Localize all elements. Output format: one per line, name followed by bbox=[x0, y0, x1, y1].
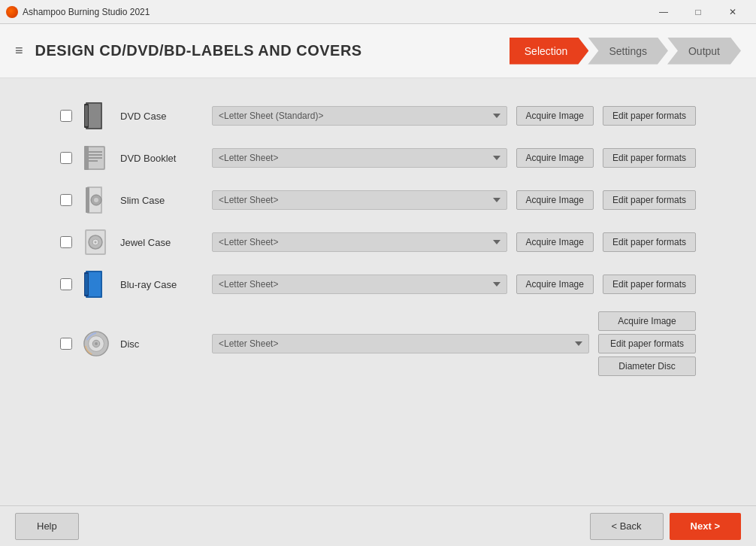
checkbox-disc[interactable] bbox=[60, 338, 72, 350]
step-settings[interactable]: Settings bbox=[588, 38, 668, 65]
acquire-btn-slim-case[interactable]: Acquire Image bbox=[516, 190, 594, 210]
label-dvd-booklet: DVD Booklet bbox=[120, 153, 203, 164]
icon-disc bbox=[81, 329, 111, 359]
checkbox-bluray-case[interactable] bbox=[60, 278, 72, 290]
back-button[interactable]: < Back bbox=[590, 513, 664, 540]
acquire-btn-dvd-booklet[interactable]: Acquire Image bbox=[516, 148, 594, 168]
item-row-dvd-case: DVD Case <Letter Sheet (Standard)> Acqui… bbox=[60, 101, 696, 131]
edit-btn-dvd-booklet[interactable]: Edit paper formats bbox=[603, 148, 696, 168]
step-output[interactable]: Output bbox=[667, 38, 741, 65]
svg-point-28 bbox=[95, 342, 98, 345]
svg-rect-3 bbox=[85, 105, 88, 126]
dropdown-slim-case[interactable]: <Letter Sheet> bbox=[212, 190, 507, 210]
svg-point-15 bbox=[94, 198, 98, 202]
item-row-dvd-booklet: DVD Booklet <Letter Sheet> Acquire Image… bbox=[60, 143, 696, 173]
maximize-button[interactable]: □ bbox=[681, 0, 715, 24]
svg-rect-6 bbox=[84, 146, 89, 170]
step-selection[interactable]: Selection bbox=[510, 38, 589, 65]
icon-dvd-case bbox=[81, 101, 111, 131]
dropdown-bluray-case[interactable]: <Letter Sheet> bbox=[212, 275, 507, 294]
title-bar-text: Ashampoo Burning Studio 2021 bbox=[23, 7, 646, 17]
footer-right: < Back Next > bbox=[590, 513, 742, 540]
checkbox-dvd-case[interactable] bbox=[60, 110, 72, 122]
label-dvd-case: DVD Case bbox=[120, 111, 203, 122]
acquire-btn-jewel-case[interactable]: Acquire Image bbox=[516, 232, 594, 252]
dropdown-dvd-booklet[interactable]: <Letter Sheet> bbox=[212, 148, 507, 168]
svg-rect-24 bbox=[85, 274, 88, 295]
close-button[interactable]: ✕ bbox=[715, 0, 750, 24]
acquire-btn-bluray-case[interactable]: Acquire Image bbox=[516, 275, 594, 294]
icon-dvd-booklet bbox=[81, 143, 111, 173]
minimize-button[interactable]: — bbox=[646, 0, 681, 24]
main-content: DVD Case <Letter Sheet (Standard)> Acqui… bbox=[0, 78, 756, 505]
next-button[interactable]: Next > bbox=[670, 513, 741, 540]
icon-slim-case bbox=[81, 185, 111, 215]
dropdown-disc[interactable]: <Letter Sheet> bbox=[212, 334, 589, 353]
diameter-btn-disc[interactable]: Diameter Disc bbox=[598, 356, 696, 376]
acquire-btn-dvd-case[interactable]: Acquire Image bbox=[516, 106, 594, 126]
svg-point-20 bbox=[95, 241, 97, 244]
item-row-jewel-case: Jewel Case <Letter Sheet> Acquire Image … bbox=[60, 227, 696, 257]
label-disc: Disc bbox=[120, 338, 203, 350]
help-button[interactable]: Help bbox=[15, 513, 79, 540]
svg-rect-1 bbox=[87, 104, 101, 128]
icon-jewel-case bbox=[81, 227, 111, 257]
header: ≡ DESIGN CD/DVD/BD-LABELS AND COVERS Sel… bbox=[0, 24, 756, 78]
label-slim-case: Slim Case bbox=[120, 195, 203, 206]
edit-btn-jewel-case[interactable]: Edit paper formats bbox=[603, 232, 696, 252]
checkbox-jewel-case[interactable] bbox=[60, 236, 72, 248]
edit-btn-slim-case[interactable]: Edit paper formats bbox=[603, 190, 696, 210]
checkbox-dvd-booklet[interactable] bbox=[60, 152, 72, 164]
hamburger-icon[interactable]: ≡ bbox=[15, 43, 23, 59]
item-row-bluray-case: Blu-ray Case <Letter Sheet> Acquire Imag… bbox=[60, 269, 696, 299]
app-icon bbox=[6, 6, 18, 18]
title-bar-controls: — □ ✕ bbox=[646, 0, 750, 24]
icon-bluray-case bbox=[81, 269, 111, 299]
footer: Help < Back Next > bbox=[0, 505, 756, 546]
edit-btn-bluray-case[interactable]: Edit paper formats bbox=[603, 275, 696, 294]
checkbox-slim-case[interactable] bbox=[60, 194, 72, 206]
steps-breadcrumb: Selection Settings Output bbox=[510, 38, 741, 65]
edit-btn-dvd-case[interactable]: Edit paper formats bbox=[603, 106, 696, 126]
item-row-disc: Disc <Letter Sheet> Acquire Image Edit p… bbox=[60, 311, 696, 376]
dropdown-jewel-case[interactable]: <Letter Sheet> bbox=[212, 232, 507, 252]
acquire-btn-disc[interactable]: Acquire Image bbox=[598, 311, 696, 331]
disc-row-buttons: Acquire Image Edit paper formats Diamete… bbox=[598, 311, 696, 376]
title-bar: Ashampoo Burning Studio 2021 — □ ✕ bbox=[0, 0, 756, 24]
item-row-slim-case: Slim Case <Letter Sheet> Acquire Image E… bbox=[60, 185, 696, 215]
label-bluray-case: Blu-ray Case bbox=[120, 279, 203, 290]
edit-btn-disc[interactable]: Edit paper formats bbox=[598, 334, 696, 353]
label-jewel-case: Jewel Case bbox=[120, 237, 203, 248]
svg-rect-22 bbox=[87, 272, 101, 296]
svg-rect-13 bbox=[86, 187, 89, 213]
dropdown-dvd-case[interactable]: <Letter Sheet (Standard)> bbox=[212, 106, 507, 126]
page-title: DESIGN CD/DVD/BD-LABELS AND COVERS bbox=[35, 42, 510, 59]
